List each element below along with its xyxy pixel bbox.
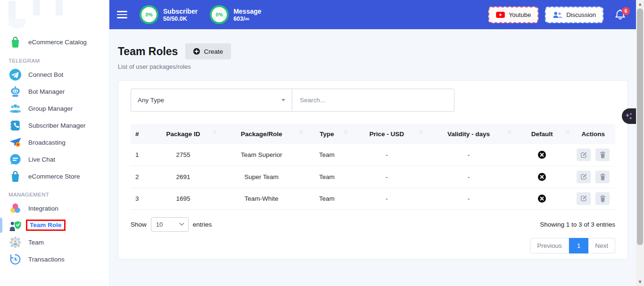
sort-icon[interactable]: ↑↓ — [419, 129, 422, 134]
sidebar-item-label: Bot Manager — [28, 88, 65, 95]
sidebar-item-connect-bot[interactable]: Connect Bot — [0, 66, 109, 83]
scrollbar-thumb[interactable] — [637, 8, 643, 245]
sort-icon[interactable]: ↑↓ — [213, 129, 216, 134]
sidebar-item-broadcasting[interactable]: Broadcasting — [0, 134, 109, 151]
contact-book-icon — [8, 120, 22, 131]
person-shield-icon — [8, 220, 22, 231]
sidebar-item-label: Subscriber Manager — [28, 122, 86, 129]
row-price: - — [349, 166, 424, 188]
scrollbar-down-arrow-icon[interactable]: ▼ — [636, 280, 644, 284]
discussion-button-label: Discussion — [566, 11, 596, 18]
show-label: Show — [131, 221, 147, 228]
message-stat-label: Message — [233, 7, 261, 16]
message-progress-ring: 0% — [210, 5, 229, 24]
delete-button[interactable] — [595, 192, 610, 205]
times-circle-icon — [538, 195, 546, 203]
notification-bell[interactable]: 6 — [615, 9, 626, 21]
chevron-down-icon — [179, 221, 184, 225]
row-validity: - — [424, 188, 513, 209]
sidebar-item-integration[interactable]: Integration — [0, 200, 109, 217]
sidebar-item-transactions[interactable]: Transactions — [0, 251, 109, 268]
column-header-price[interactable]: Price - USD↑↓ — [349, 124, 424, 144]
sidebar-item-label: Broadcasting — [28, 139, 66, 146]
sort-icon[interactable]: ↑↓ — [566, 129, 569, 134]
column-header-package-role[interactable]: Package/Role↑↓ — [218, 124, 305, 144]
column-header-num: # — [131, 124, 148, 144]
logo-skeleton-bar — [8, 19, 25, 28]
sort-icon[interactable]: ↑↓ — [299, 129, 303, 134]
row-package-role: Team-White — [218, 188, 305, 209]
sidebar-item-label: Live Chat — [28, 156, 55, 163]
sidebar-item-live-chat[interactable]: Live Chat — [0, 151, 109, 168]
subscriber-stat: 0% Subscriber 50/50.0K — [140, 5, 198, 24]
chat-bubble-icon — [8, 154, 22, 165]
sort-icon[interactable]: ↑↓ — [344, 129, 347, 134]
search-input[interactable] — [292, 89, 454, 112]
row-num: 3 — [131, 188, 148, 209]
roles-table: # Package ID↑↓ Package/Role↑↓ Type↑↓ Pri… — [131, 124, 615, 210]
table-row: 1 2755 Team Superior Team - - — [131, 144, 615, 166]
sparkles-icon — [625, 112, 633, 121]
shopping-bag-blue-icon — [8, 171, 22, 182]
delete-button[interactable] — [595, 148, 610, 161]
pagination-next-button[interactable]: Next — [588, 238, 615, 253]
vertical-scrollbar[interactable]: ▲ ▼ — [636, 0, 644, 286]
row-validity: - — [424, 144, 513, 166]
sidebar-item-bot-manager[interactable]: Bot Manager — [0, 83, 109, 100]
row-num: 2 — [131, 166, 148, 188]
sort-icon[interactable]: ↑↓ — [508, 129, 511, 134]
sidebar-item-label: Team — [28, 239, 44, 246]
column-header-validity[interactable]: Validity - days↑↓ — [424, 124, 513, 144]
pagination-page-1-button[interactable]: 1 — [569, 238, 589, 253]
shopping-bag-green-icon — [8, 36, 22, 48]
edit-button[interactable] — [577, 192, 591, 205]
telegram-plane-icon — [8, 69, 22, 81]
caret-down-icon — [281, 99, 285, 101]
create-button[interactable]: Create — [185, 43, 231, 59]
sidebar-item-label: eCommerce Catalog — [28, 39, 87, 46]
delete-button[interactable] — [595, 171, 610, 183]
edit-button[interactable] — [577, 148, 591, 161]
row-package-role: Super Team — [218, 166, 305, 188]
page-size-value: 10 — [156, 221, 163, 228]
edit-button[interactable] — [577, 171, 591, 183]
sidebar-item-team[interactable]: Team — [0, 234, 109, 251]
row-num: 1 — [131, 144, 148, 166]
column-header-actions: Actions — [571, 124, 615, 144]
type-filter-select[interactable]: Any Type — [131, 89, 292, 112]
sidebar-item-label: eCommerce Store — [28, 173, 80, 180]
sidebar-item-subscriber-manager[interactable]: Subscriber Manager — [0, 117, 109, 134]
scrollbar-up-arrow-icon[interactable]: ▲ — [636, 2, 644, 6]
create-button-label: Create — [204, 48, 223, 55]
gear-person-icon — [8, 237, 22, 248]
sidebar-item-group-manager[interactable]: Group Manager — [0, 100, 109, 117]
subscriber-stat-value: 50/50.0K — [163, 16, 198, 23]
times-circle-icon — [538, 151, 546, 159]
page-size-select[interactable]: 10 — [151, 217, 189, 232]
row-type: Team — [305, 166, 349, 188]
subscriber-progress-ring: 0% — [140, 5, 158, 24]
row-package-id: 2691 — [148, 166, 218, 188]
youtube-button[interactable]: Youtube — [488, 7, 538, 23]
column-header-default[interactable]: Default↑↓ — [513, 124, 571, 144]
roles-card: Any Type # Package ID↑↓ Package/Role↑↓ T… — [118, 80, 628, 260]
discussion-button[interactable]: Discussion — [545, 7, 603, 23]
column-header-package-id[interactable]: Package ID↑↓ — [148, 124, 218, 144]
sidebar-item-team-role[interactable]: Team Role — [0, 217, 109, 234]
table-header-row: # Package ID↑↓ Package/Role↑↓ Type↑↓ Pri… — [131, 124, 615, 144]
sidebar-item-label: Team Role — [26, 220, 66, 231]
row-package-id: 1695 — [148, 188, 218, 209]
table-row: 3 1695 Team-White Team - - — [131, 188, 615, 209]
sidebar-item-ecommerce-store[interactable]: eCommerce Store — [0, 168, 109, 185]
color-circles-icon — [8, 203, 22, 214]
sidebar-section-management: MANAGEMENT — [0, 192, 109, 197]
column-header-type[interactable]: Type↑↓ — [305, 124, 349, 144]
hamburger-menu-icon[interactable] — [117, 9, 127, 20]
pagination-previous-button[interactable]: Previous — [530, 238, 569, 253]
message-stat: 0% Message 603/∞ — [210, 5, 261, 24]
users-group-icon — [8, 103, 22, 114]
notification-count-badge: 6 — [622, 7, 630, 15]
page-title: Team Roles — [118, 45, 178, 58]
ai-assistant-fab[interactable] — [622, 108, 636, 124]
sidebar-item-ecommerce-catalog[interactable]: eCommerce Catalog — [0, 33, 109, 51]
